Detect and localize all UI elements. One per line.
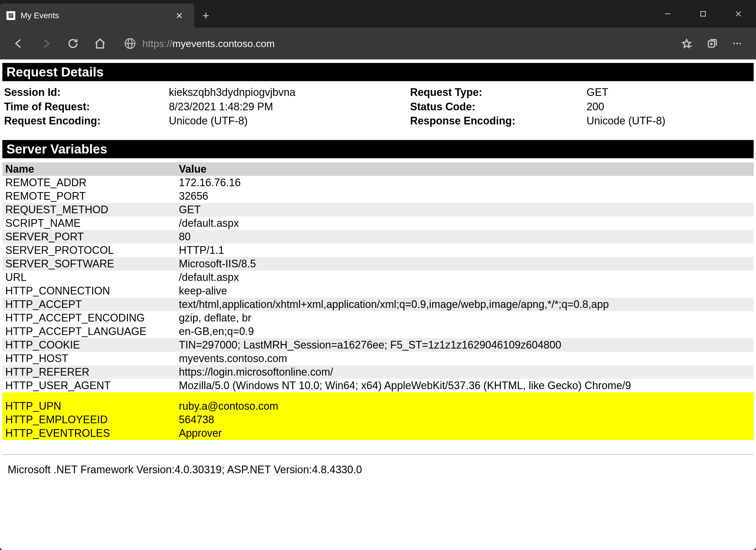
- var-name: HTTP_CONNECTION: [2, 284, 176, 298]
- status-code-label: Status Code:: [410, 100, 587, 114]
- var-name: SERVER_PORT: [2, 230, 176, 244]
- toolbar: https://myevents.contoso.com: [0, 28, 756, 59]
- session-id-value: kiekszqbh3dydnpiogvjbvna: [169, 85, 410, 100]
- favicon-icon: [6, 11, 15, 20]
- toolbar-right: [675, 33, 749, 54]
- minimize-button[interactable]: [650, 0, 685, 28]
- table-row: REQUEST_METHODGET: [2, 203, 754, 216]
- var-name: URL: [2, 271, 176, 284]
- table-row: SERVER_SOFTWAREMicrosoft-IIS/8.5: [2, 257, 754, 271]
- collections-button[interactable]: [700, 33, 724, 54]
- response-encoding-label: Response Encoding:: [410, 114, 587, 128]
- url-text: https://myevents.contoso.com: [142, 38, 275, 49]
- table-row: SERVER_PROTOCOLHTTP/1.1: [2, 244, 754, 257]
- table-row: HTTP_COOKIETIN=297000; LastMRH_Session=a…: [2, 338, 754, 352]
- var-value: en-GB,en;q=0.9: [176, 325, 754, 338]
- forward-button[interactable]: [34, 33, 58, 54]
- table-header-row: Name Value: [2, 162, 754, 176]
- var-value: 564738: [176, 413, 754, 426]
- var-value: text/html,application/xhtml+xml,applicat…: [176, 298, 754, 311]
- var-value: HTTP/1.1: [176, 244, 754, 257]
- site-info-icon[interactable]: [124, 38, 136, 49]
- var-name: HTTP_REFERER: [2, 365, 176, 379]
- window-controls: [650, 0, 756, 28]
- table-row: HTTP_ACCEPTtext/html,application/xhtml+x…: [2, 298, 754, 311]
- var-name: SERVER_PROTOCOL: [2, 244, 176, 257]
- table-row: HTTP_CONNECTIONkeep-alive: [2, 284, 754, 298]
- var-name: REMOTE_ADDR: [2, 176, 176, 189]
- var-value: /default.aspx: [176, 271, 754, 284]
- url-protocol: https://: [142, 38, 172, 49]
- svg-point-18: [740, 43, 741, 44]
- svg-point-17: [736, 43, 738, 44]
- favorites-button[interactable]: [675, 33, 698, 54]
- var-name: HTTP_HOST: [2, 352, 176, 365]
- var-value: /default.aspx: [176, 216, 754, 230]
- time-of-request-label: Time of Request:: [4, 100, 169, 114]
- tab-title: My Events: [21, 11, 59, 20]
- titlebar: My Events ✕ +: [0, 0, 756, 28]
- table-row: URL/default.aspx: [2, 271, 754, 284]
- var-name: HTTP_EMPLOYEEID: [2, 413, 176, 426]
- var-value: Mozilla/5.0 (Windows NT 10.0; Win64; x64…: [176, 379, 754, 392]
- request-encoding-label: Request Encoding:: [4, 114, 169, 128]
- server-variables-header: Server Variables: [2, 140, 754, 158]
- var-name: HTTP_UPN: [2, 392, 176, 413]
- svg-point-16: [733, 43, 735, 44]
- browser-tab[interactable]: My Events ✕: [0, 4, 194, 28]
- table-row: REMOTE_PORT32656: [2, 189, 754, 203]
- more-button[interactable]: [725, 33, 749, 54]
- var-name: HTTP_EVENTROLES: [2, 426, 176, 440]
- footer-version: Microsoft .NET Framework Version:4.0.303…: [2, 454, 754, 476]
- new-tab-button[interactable]: +: [194, 4, 218, 28]
- url-host: myevents.contoso.com: [172, 38, 275, 49]
- maximize-button[interactable]: [685, 0, 721, 28]
- back-button[interactable]: [7, 33, 31, 54]
- var-value: 80: [176, 230, 754, 244]
- var-name: SERVER_SOFTWARE: [2, 257, 176, 271]
- var-name: REQUEST_METHOD: [2, 203, 176, 216]
- var-value: https://login.microsoftonline.com/: [176, 365, 754, 379]
- var-value: GET: [176, 203, 754, 216]
- table-row: HTTP_ACCEPT_ENCODINGgzip, deflate, br: [2, 311, 754, 325]
- table-row: SCRIPT_NAME/default.aspx: [2, 216, 754, 230]
- table-row: HTTP_USER_AGENTMozilla/5.0 (Windows NT 1…: [2, 379, 754, 392]
- refresh-button[interactable]: [61, 33, 85, 54]
- var-name: SCRIPT_NAME: [2, 216, 176, 230]
- status-code-value: 200: [587, 100, 752, 114]
- request-type-value: GET: [587, 85, 752, 100]
- request-details-grid: Session Id: kiekszqbh3dydnpiogvjbvna Req…: [0, 85, 756, 140]
- var-name: HTTP_COOKIE: [2, 338, 176, 352]
- address-bar[interactable]: https://myevents.contoso.com: [118, 33, 668, 54]
- close-tab-button[interactable]: ✕: [173, 9, 186, 23]
- col-name: Name: [2, 162, 176, 176]
- var-value: ruby.a@contoso.com: [176, 392, 754, 413]
- table-row: HTTP_EVENTROLESApprover: [2, 426, 754, 440]
- table-row: HTTP_HOSTmyevents.contoso.com: [2, 352, 754, 365]
- server-variables-table: Name Value REMOTE_ADDR172.16.76.16REMOTE…: [2, 162, 754, 440]
- var-value: TIN=297000; LastMRH_Session=a16276ee; F5…: [176, 338, 754, 352]
- table-row: SERVER_PORT80: [2, 230, 754, 244]
- var-value: 172.16.76.16: [176, 176, 754, 189]
- session-id-label: Session Id:: [4, 85, 169, 100]
- table-row: HTTP_UPNruby.a@contoso.com: [2, 392, 754, 413]
- svg-rect-5: [701, 11, 705, 16]
- var-name: HTTP_ACCEPT_ENCODING: [2, 311, 176, 325]
- response-encoding-value: Unicode (UTF-8): [587, 114, 752, 128]
- browser-window: My Events ✕ +: [0, 0, 756, 550]
- var-value: 32656: [176, 189, 754, 203]
- close-window-button[interactable]: [721, 0, 756, 28]
- var-value: Approver: [176, 426, 754, 440]
- var-value: gzip, deflate, br: [176, 311, 754, 325]
- server-variables-table-wrap: Name Value REMOTE_ADDR172.16.76.16REMOTE…: [0, 162, 756, 440]
- home-button[interactable]: [88, 33, 112, 54]
- page-content: Request Details Session Id: kiekszqbh3dy…: [0, 59, 756, 550]
- var-value: myevents.contoso.com: [176, 352, 754, 365]
- request-encoding-value: Unicode (UTF-8): [169, 114, 410, 128]
- var-value: Microsoft-IIS/8.5: [176, 257, 754, 271]
- time-of-request-value: 8/23/2021 1:48:29 PM: [169, 100, 410, 114]
- titlebar-drag-area[interactable]: [218, 0, 650, 28]
- var-name: HTTP_USER_AGENT: [2, 379, 176, 392]
- request-details-header: Request Details: [2, 63, 754, 81]
- var-name: REMOTE_PORT: [2, 189, 176, 203]
